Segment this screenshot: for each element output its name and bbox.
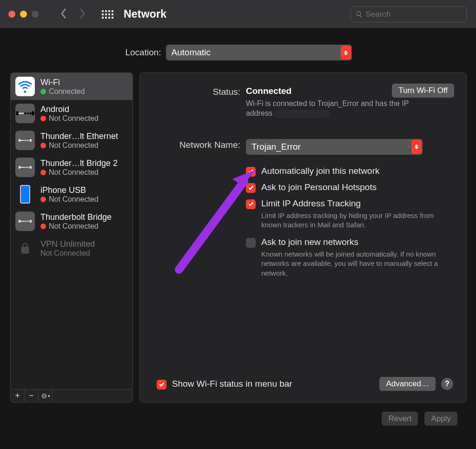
svg-point-7 (26, 140, 28, 141)
status-dot-icon (40, 224, 46, 229)
location-select[interactable]: Automatic (166, 45, 352, 60)
search-input[interactable] (365, 10, 462, 19)
service-list: Wi-Fi Connected Android Not Connected (10, 73, 133, 390)
svg-point-16 (25, 221, 26, 222)
minimize-window-button[interactable] (20, 11, 27, 18)
page-title: Network (124, 8, 166, 20)
svg-rect-14 (30, 166, 32, 169)
ethernet-icon (15, 104, 35, 123)
ask-new-networks-label: Ask to join new networks (261, 237, 358, 247)
window-footer: Revert Apply (10, 403, 467, 426)
svg-point-17 (26, 221, 28, 222)
service-actions-button[interactable]: ▾ (39, 390, 53, 402)
service-status: Not Connected (49, 114, 99, 123)
limit-tracking-checkbox[interactable] (246, 199, 256, 209)
titlebar: Network (0, 0, 476, 29)
remove-service-button[interactable]: − (25, 390, 39, 402)
show-all-prefs-button[interactable] (102, 10, 113, 19)
nav-arrows (60, 8, 86, 21)
status-dot-icon (40, 116, 46, 121)
svg-rect-15 (19, 220, 20, 223)
service-status: Not Connected (49, 141, 99, 150)
window-controls (8, 11, 39, 18)
limit-tracking-subtext: Limit IP address tracking by hiding your… (261, 211, 447, 230)
service-name: iPhone USB (40, 185, 99, 195)
stepper-icon (341, 46, 351, 59)
svg-point-21 (43, 396, 44, 396)
svg-point-2 (26, 112, 28, 114)
network-name-value: Trojan_Error (251, 142, 301, 152)
back-button[interactable] (60, 8, 67, 21)
ask-hotspots-label: Ask to join Personal Hotspots (261, 182, 377, 192)
wifi-icon (15, 77, 35, 96)
forward-button[interactable] (79, 8, 86, 21)
lock-icon (15, 238, 35, 258)
main-panel: Turn Wi-Fi Off Status: Connected Wi-Fi i… (139, 73, 467, 403)
network-name-label: Network Name: (153, 139, 240, 155)
location-label: Location: (125, 47, 161, 58)
service-item-android[interactable]: Android Not Connected (11, 100, 132, 127)
close-window-button[interactable] (8, 11, 15, 18)
limit-tracking-label: Limit IP Address Tracking (261, 198, 361, 209)
svg-point-8 (28, 140, 30, 141)
svg-rect-0 (16, 112, 19, 115)
help-button[interactable]: ? (441, 378, 453, 390)
ethernet-icon (15, 211, 35, 231)
ask-hotspots-checkbox[interactable] (246, 183, 256, 193)
service-item-thunderbolt-bridge[interactable]: Thunderbolt Bridge Not Connected (11, 208, 132, 235)
auto-join-checkbox[interactable] (246, 167, 256, 177)
service-item-wifi[interactable]: Wi-Fi Connected (11, 73, 132, 100)
svg-point-18 (28, 221, 30, 222)
svg-point-1 (24, 112, 26, 114)
svg-point-3 (29, 112, 31, 114)
apply-button[interactable]: Apply (424, 412, 457, 426)
svg-rect-9 (30, 139, 32, 142)
service-name: Thunder…lt Bridge 2 (40, 158, 118, 168)
ethernet-icon (15, 158, 35, 177)
service-status: Not Connected (49, 222, 99, 231)
service-name: Thunderbolt Bridge (40, 212, 112, 222)
ask-new-networks-subtext: Known networks will be joined automatica… (261, 250, 447, 278)
advanced-button[interactable]: Advanced… (379, 377, 436, 391)
add-service-button[interactable]: + (11, 390, 25, 402)
status-detail: Wi-Fi is connected to Trojan_Error and h… (246, 99, 432, 119)
status-dot-icon (40, 170, 46, 175)
network-name-select[interactable]: Trojan_Error (246, 139, 423, 155)
ethernet-icon (15, 131, 35, 150)
service-name: VPN Unlimited (40, 239, 95, 249)
stepper-icon (411, 140, 422, 154)
search-icon (356, 10, 363, 18)
service-status: Not Connected (49, 195, 99, 204)
location-row: Location: Automatic (10, 45, 467, 60)
svg-rect-4 (32, 112, 34, 115)
svg-point-6 (25, 140, 26, 141)
service-item-thunderbolt-ethernet[interactable]: Thunder…lt Ethernet Not Connected (11, 127, 132, 154)
status-dot-icon (40, 143, 46, 148)
status-dot-icon (40, 197, 46, 202)
svg-point-12 (26, 167, 28, 168)
svg-rect-10 (19, 166, 20, 169)
service-status: Connected (49, 87, 85, 96)
svg-rect-5 (19, 139, 20, 142)
sidebar: Wi-Fi Connected Android Not Connected (10, 73, 133, 403)
svg-point-22 (44, 396, 45, 396)
zoom-window-button[interactable] (32, 11, 39, 18)
service-name: Wi-Fi (40, 78, 85, 87)
ask-new-networks-checkbox[interactable] (246, 238, 256, 248)
service-item-iphone-usb[interactable]: iPhone USB Not Connected (11, 181, 132, 208)
svg-point-11 (25, 167, 26, 168)
location-value: Automatic (172, 47, 211, 58)
service-item-thunderbolt-bridge-2[interactable]: Thunder…lt Bridge 2 Not Connected (11, 154, 132, 181)
show-status-checkbox[interactable] (157, 380, 166, 390)
phone-icon (15, 185, 35, 204)
auto-join-label: Automatically join this network (261, 166, 380, 176)
service-status: Not Connected (49, 168, 99, 177)
search-field[interactable] (350, 7, 467, 22)
service-item-vpn[interactable]: VPN Unlimited Not Connected (11, 235, 132, 262)
status-dot-icon (40, 89, 46, 94)
svg-rect-19 (30, 220, 32, 223)
service-name: Thunder…lt Ethernet (40, 132, 118, 141)
turn-wifi-off-button[interactable]: Turn Wi-Fi Off (392, 84, 454, 98)
svg-point-23 (44, 396, 45, 396)
revert-button[interactable]: Revert (382, 412, 418, 426)
